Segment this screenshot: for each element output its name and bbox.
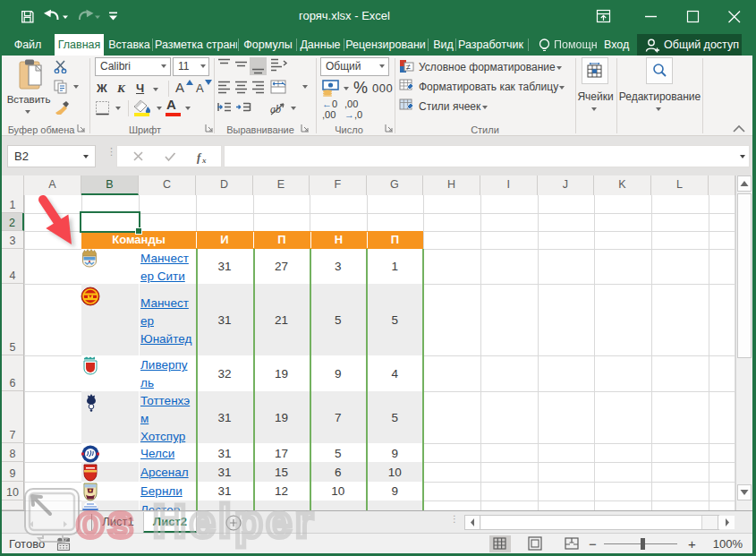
- svg-text:≠: ≠: [406, 63, 411, 72]
- svg-text:x: x: [201, 156, 207, 165]
